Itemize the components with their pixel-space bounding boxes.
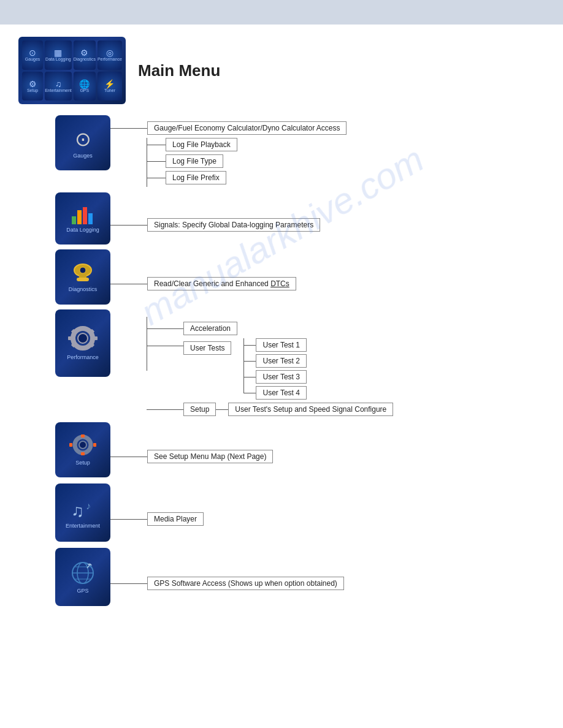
- gauges-sub1-row: Log File Playback: [147, 138, 237, 151]
- svg-rect-2: [83, 207, 87, 224]
- gauges-sub2-label: Log File Type: [172, 157, 216, 165]
- perf-usertests-hline: [147, 346, 183, 346]
- perf-usertests-sub: User Test 1 User Test 2 User Test 3: [231, 338, 306, 400]
- perf-usertests-row: User Tests User Test 1: [147, 338, 393, 400]
- gauges-sub1-hline: [147, 145, 166, 145]
- gauges-section: ⊙ Gauges Gauge/Fuel Economy Calculator/D…: [55, 115, 545, 188]
- perf-accel-row: Acceleration: [147, 322, 393, 335]
- perf-ut2-hline: [243, 361, 256, 362]
- menu-map: ⊙ Gauges Gauge/Fuel Economy Calculator/D…: [55, 115, 545, 606]
- perf-setup-hline2: [216, 409, 228, 410]
- diagnostics-main-label: Read/Clear Generic and Enhanced DTCs: [154, 279, 289, 288]
- mini-icon-datalogging: ▦ Data Logging: [45, 40, 72, 70]
- gauges-sub3-box: Log File Prefix: [166, 171, 226, 184]
- gps-hline: [110, 583, 147, 584]
- gauges-main-box: Gauge/Fuel Economy Calculator/Dyno Calcu…: [147, 121, 347, 135]
- perf-accel-hline: [147, 328, 183, 329]
- entertainment-icon-label: Entertainment: [66, 523, 100, 529]
- svg-text:♪: ♪: [86, 501, 91, 511]
- gps-section: GPS GPS Software Access (Shows up when o…: [55, 548, 545, 606]
- diagnostics-hline: [110, 284, 147, 284]
- gauges-sub2-box: Log File Type: [166, 154, 223, 168]
- datalogging-mini-label: Data Logging: [45, 57, 71, 61]
- svg-rect-12: [68, 336, 72, 340]
- gps-icon-label: GPS: [77, 588, 88, 594]
- datalogging-icon-label: Data Logging: [66, 227, 99, 233]
- svg-rect-13: [94, 336, 98, 340]
- datalogging-section: Data Logging Signals: Specify Global Dat…: [55, 192, 545, 245]
- diagnostics-lines: Read/Clear Generic and Enhanced DTCs: [110, 249, 296, 290]
- diagnostics-mini-label: Diagnostics: [74, 57, 96, 61]
- gauges-sub-area: Log File Playback Log File Type: [129, 138, 347, 188]
- entertainment-svg-icon: ♫ ♪: [69, 497, 97, 523]
- gauges-sub3-label: Log File Prefix: [172, 173, 220, 182]
- perf-setup-hline: [147, 409, 183, 410]
- entertainment-lines: Media Player: [110, 483, 204, 526]
- gauges-sub3-row: Log File Prefix: [147, 171, 237, 184]
- datalogging-lines: Signals: Specify Global Data-logging Par…: [110, 192, 320, 232]
- performance-svg-icon: [67, 326, 98, 353]
- setup-svg-icon: [69, 434, 97, 458]
- mini-icon-setup: ⚙ Setup: [22, 72, 43, 101]
- setup-main-box: See Setup Menu Map (Next Page): [147, 450, 273, 463]
- performance-icon-label: Performance: [67, 354, 99, 360]
- perf-ut1-label: User Test 1: [262, 341, 299, 349]
- setup-hline: [110, 457, 147, 457]
- perf-usertests-sub-items: User Test 1 User Test 2 User Test 3: [243, 338, 306, 400]
- gauges-sub2-row: Log File Type: [147, 154, 237, 168]
- gauges-icon-sym: ⊙: [75, 127, 91, 151]
- datalogging-icon: Data Logging: [55, 192, 110, 245]
- perf-ut3-label: User Test 3: [262, 373, 299, 381]
- gauges-main-row: Gauge/Fuel Economy Calculator/Dyno Calcu…: [110, 121, 347, 135]
- perf-ut3-row: User Test 3: [243, 370, 306, 384]
- mini-icon-diagnostics: ⚙ Diagnostics: [74, 40, 96, 70]
- perf-ut4-row: User Test 4: [243, 386, 306, 400]
- mini-icon-gps: 🌐 GPS: [74, 72, 96, 101]
- perf-setup-box: Setup: [183, 403, 216, 416]
- page-title: Main Menu: [138, 61, 220, 80]
- gauges-icon: ⊙ Gauges: [55, 115, 110, 170]
- gauges-icon-label: Gauges: [73, 153, 93, 159]
- datalogging-svg-icon: [71, 204, 95, 226]
- perf-ut2-box: User Test 2: [256, 354, 306, 368]
- gps-svg-icon: [69, 561, 97, 586]
- svg-rect-10: [81, 327, 85, 330]
- gauges-sub-items: Log File Playback Log File Type: [147, 138, 237, 188]
- datalogging-main-label: Signals: Specify Global Data-logging Par…: [154, 221, 313, 229]
- entertainment-main-label: Media Player: [154, 515, 197, 523]
- mini-icon-gauges: ⊙ Gauges: [22, 40, 43, 70]
- performance-section: Performance Acceleration: [55, 309, 545, 416]
- diagnostics-icon-label: Diagnostics: [69, 286, 98, 292]
- performance-mini-sym: ◎: [106, 48, 113, 57]
- perf-setup-sub-label: User Test's Setup and Speed Signal Confi…: [235, 405, 386, 414]
- entertainment-mini-sym: ♫: [55, 80, 62, 88]
- gauges-mini-label: Gauges: [25, 57, 40, 61]
- svg-rect-23: [93, 443, 96, 447]
- svg-point-9: [78, 333, 88, 343]
- setup-icon-label: Setup: [75, 460, 90, 466]
- gauges-vert-connector: [129, 138, 147, 188]
- setup-section: Setup See Setup Menu Map (Next Page): [55, 422, 545, 477]
- svg-rect-3: [88, 213, 93, 224]
- perf-ut4-label: User Test 4: [262, 389, 299, 397]
- perf-usertests-label: User Tests: [190, 344, 224, 352]
- perf-ut1-row: User Test 1: [243, 338, 306, 352]
- performance-icon: Performance: [55, 309, 110, 377]
- svg-text:♫: ♫: [71, 501, 84, 520]
- perf-accel-label: Acceleration: [190, 324, 231, 333]
- performance-mini-label: Performance: [98, 57, 122, 61]
- perf-ut1-box: User Test 1: [256, 338, 306, 352]
- svg-point-7: [80, 267, 86, 273]
- gps-mini-label: GPS: [80, 88, 89, 93]
- gauges-lines: Gauge/Fuel Economy Calculator/Dyno Calcu…: [110, 115, 347, 188]
- entertainment-icon: ♫ ♪ Entertainment: [55, 483, 110, 542]
- gauges-main-label: Gauge/Fuel Economy Calculator/Dyno Calcu…: [154, 124, 340, 132]
- top-bar: [0, 0, 563, 25]
- performance-lines: Acceleration User Tests: [110, 309, 393, 416]
- gps-main-label: GPS Software Access (Shows up when optio…: [154, 579, 337, 588]
- perf-usertests-sub-vline-area: [231, 338, 244, 393]
- main-menu-icon-grid: ⊙ Gauges ▦ Data Logging ⚙ Diagnostics ◎ …: [18, 37, 126, 104]
- mini-icon-entertainment: ♫ Entertainment: [45, 72, 72, 101]
- datalogging-mini-sym: ▦: [54, 48, 62, 57]
- perf-ut3-box: User Test 3: [256, 370, 306, 384]
